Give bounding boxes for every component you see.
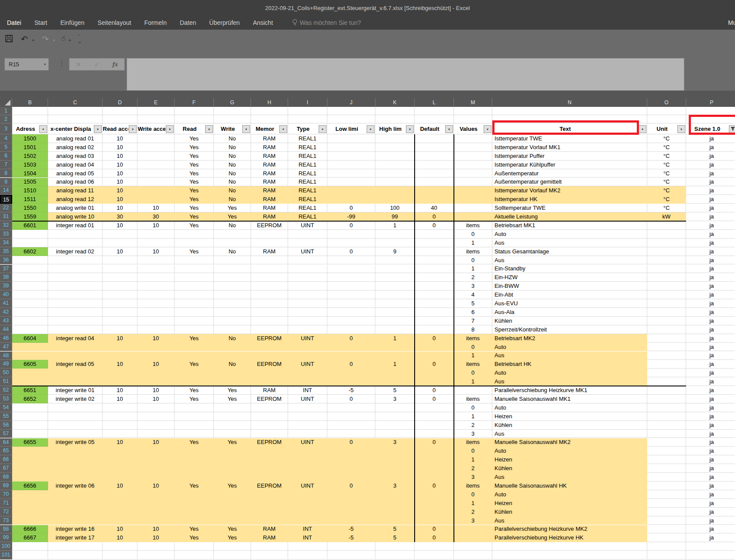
cell[interactable] <box>454 212 492 221</box>
cell[interactable] <box>214 325 251 334</box>
cell[interactable] <box>288 508 327 516</box>
cell[interactable]: integer write 06 <box>48 481 103 490</box>
cell[interactable] <box>288 115 327 123</box>
cell[interactable] <box>415 299 454 308</box>
cell[interactable] <box>251 403 288 412</box>
tab-überprüfen[interactable]: Überprüfen <box>209 16 240 30</box>
cell[interactable]: Yes <box>214 212 251 221</box>
cell[interactable]: °C <box>647 160 686 169</box>
cell[interactable] <box>288 369 327 377</box>
row-number-4[interactable]: 4 <box>0 134 12 143</box>
cell[interactable] <box>103 430 137 438</box>
cell[interactable] <box>647 352 686 360</box>
cell[interactable] <box>492 107 647 115</box>
cell[interactable] <box>647 490 686 499</box>
cell[interactable] <box>415 143 454 152</box>
cell[interactable]: integer write 16 <box>48 525 103 534</box>
cell[interactable]: 0 <box>327 438 375 447</box>
cell[interactable] <box>288 265 327 273</box>
cell[interactable] <box>175 516 214 525</box>
cell[interactable] <box>375 230 415 239</box>
cell[interactable]: Aus <box>492 473 647 481</box>
row-number-68[interactable]: 68 <box>0 473 12 481</box>
cell[interactable]: -99 <box>327 212 375 221</box>
cell[interactable] <box>415 508 454 516</box>
row-number-53[interactable]: 53 <box>0 395 12 403</box>
cell[interactable]: analog write 01 <box>48 204 103 212</box>
cell[interactable]: 6666 <box>12 525 48 534</box>
cell[interactable] <box>327 115 375 123</box>
cell[interactable] <box>375 308 415 317</box>
cell[interactable] <box>12 317 48 325</box>
cell[interactable]: REAL1 <box>288 212 327 221</box>
cell[interactable]: analog read 12 <box>48 195 103 204</box>
cell[interactable] <box>137 317 175 325</box>
cell[interactable]: Parallelverschiebung Heizkurve MK2 <box>492 525 647 534</box>
cell[interactable] <box>288 239 327 247</box>
cell[interactable]: ja <box>686 317 735 325</box>
cell[interactable] <box>647 403 686 412</box>
cell[interactable] <box>103 256 137 265</box>
cell[interactable]: RAM <box>251 533 288 542</box>
cell[interactable]: Kühlen <box>492 317 647 325</box>
cell[interactable] <box>415 134 454 143</box>
cell[interactable] <box>375 412 415 421</box>
cell[interactable] <box>214 490 251 499</box>
cell[interactable]: ja <box>686 221 735 230</box>
filter-dropdown-button[interactable]: ▾ <box>639 125 646 133</box>
cell[interactable]: ja <box>686 186 735 195</box>
cell[interactable] <box>251 107 288 115</box>
cell[interactable] <box>137 256 175 265</box>
cell[interactable]: No <box>214 360 251 369</box>
cell[interactable]: ja <box>686 447 735 455</box>
cell[interactable] <box>492 542 647 551</box>
cell[interactable]: 8 <box>454 325 492 334</box>
cell[interactable] <box>103 542 137 551</box>
row-number-51[interactable]: 51 <box>0 377 12 386</box>
cell[interactable]: 10 <box>137 204 175 212</box>
cell[interactable] <box>375 290 415 299</box>
cell[interactable] <box>12 230 48 239</box>
cell[interactable] <box>12 352 48 360</box>
cell[interactable]: °C <box>647 204 686 212</box>
cell[interactable] <box>103 369 137 377</box>
cell[interactable] <box>137 508 175 516</box>
cell[interactable]: ja <box>686 239 735 247</box>
cell[interactable] <box>375 455 415 464</box>
cell[interactable] <box>251 239 288 247</box>
cell[interactable] <box>647 230 686 239</box>
cell[interactable] <box>454 195 492 204</box>
cell[interactable] <box>214 230 251 239</box>
cell[interactable] <box>137 308 175 317</box>
cell[interactable] <box>415 178 454 187</box>
cell[interactable]: ja <box>686 464 735 473</box>
cell[interactable] <box>137 186 175 195</box>
cell[interactable] <box>48 290 103 299</box>
cell[interactable]: integer read 04 <box>48 334 103 343</box>
cell[interactable]: 10 <box>103 247 137 256</box>
cell[interactable]: ja <box>686 178 735 187</box>
cell[interactable]: REAL1 <box>288 160 327 169</box>
cell[interactable]: -5 <box>327 533 375 542</box>
cell[interactable]: 40 <box>415 204 454 212</box>
cell[interactable] <box>375 343 415 352</box>
row-number-50[interactable]: 50 <box>0 369 12 377</box>
cell[interactable] <box>48 421 103 430</box>
cell[interactable] <box>48 542 103 551</box>
cell[interactable]: 10 <box>137 334 175 343</box>
cell[interactable] <box>103 412 137 421</box>
cell[interactable]: 5 <box>375 386 415 395</box>
row-number-41[interactable]: 41 <box>0 299 12 308</box>
cell[interactable] <box>12 325 48 334</box>
cell[interactable]: 6602 <box>12 247 48 256</box>
cell[interactable] <box>137 377 175 386</box>
cell[interactable] <box>251 343 288 352</box>
cell[interactable] <box>454 533 492 542</box>
cell[interactable] <box>288 412 327 421</box>
cell[interactable] <box>415 265 454 273</box>
cell[interactable] <box>375 447 415 455</box>
cell[interactable] <box>415 352 454 360</box>
cell[interactable] <box>48 412 103 421</box>
cell[interactable] <box>375 499 415 508</box>
cell[interactable] <box>647 265 686 273</box>
